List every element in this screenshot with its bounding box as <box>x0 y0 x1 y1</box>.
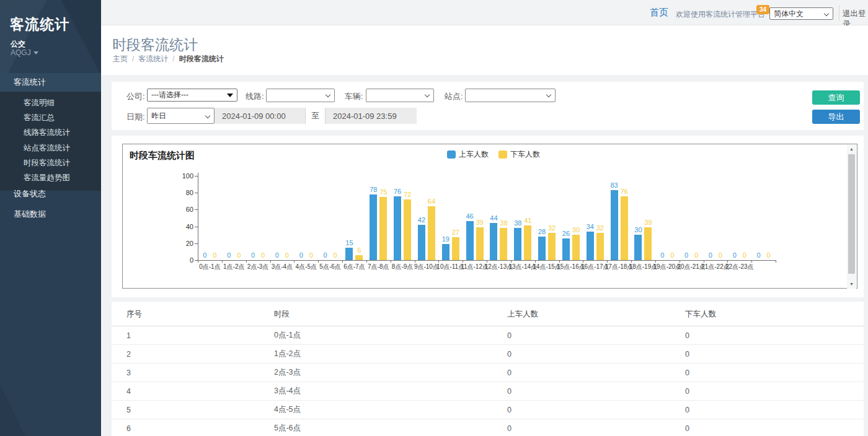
y-axis-label: 0 <box>175 256 193 264</box>
chart-vertical-scrollbar[interactable]: ▲ ▼ <box>847 145 856 289</box>
sidebar-section-passenger-stats[interactable]: 客流统计 <box>0 73 101 92</box>
date-from-input[interactable]: 2024-01-09 00:00 <box>215 108 305 124</box>
bar-alighting <box>524 225 531 260</box>
vehicle-select[interactable] <box>366 89 434 102</box>
breadcrumb-item-1[interactable]: 客流统计 <box>138 54 168 63</box>
table-row: 65点-6点00 <box>112 419 864 436</box>
bar-boarding <box>514 228 521 260</box>
submenu-item-label: 时段客流统计 <box>24 158 70 168</box>
org-select[interactable]: AQGJ <box>11 48 38 57</box>
bar-value-label: 15 <box>339 239 360 246</box>
date-preset-select[interactable]: 昨日 <box>147 108 215 124</box>
bar-value-label: 39 <box>637 219 658 226</box>
table-cell: 3点-4点 <box>259 382 492 401</box>
company-label: 公司: <box>126 91 145 102</box>
y-axis-label: 100 <box>175 172 193 180</box>
welcome-text: 欢迎使用客流统计管理平台 <box>676 9 765 20</box>
table-cell: 0 <box>670 345 864 364</box>
sidebar-submenu-item-2[interactable]: 线路客流统计 <box>0 126 101 141</box>
sidebar-submenu-item-1[interactable]: 客流汇总 <box>0 110 101 125</box>
table-cell: 2点-3点 <box>259 364 492 382</box>
x-axis-tick <box>246 260 247 263</box>
sidebar-submenu-item-4[interactable]: 时段客流统计 <box>0 155 101 170</box>
bar-value-label: 6 <box>348 246 370 254</box>
submenu-item-label: 客流明细 <box>24 98 55 108</box>
table-cell: 5点-6点 <box>259 419 492 436</box>
page-title: 时段客流统计 <box>112 35 198 54</box>
bar-value-label: 30 <box>627 226 649 233</box>
query-button[interactable]: 查询 <box>812 90 860 105</box>
breadcrumb: 主页/客流统计/时段客流统计 <box>113 54 224 64</box>
x-axis-label: 2点-3点 <box>247 263 268 271</box>
table-cell: 4点-5点 <box>259 401 492 419</box>
sidebar-submenu-item-0[interactable]: 客流明细 <box>0 95 101 110</box>
bar-alighting <box>621 196 628 260</box>
table-cell: 0 <box>670 326 864 345</box>
scroll-up-arrow-icon[interactable]: ▲ <box>847 145 856 154</box>
table-cell: 1点-2点 <box>259 345 492 364</box>
sidebar-section-device-status[interactable]: 设备状态 <box>0 185 101 203</box>
company-select[interactable]: ---请选择--- <box>147 89 237 102</box>
y-axis-label: 40 <box>175 223 193 230</box>
bar-value-label: 0 <box>325 251 346 259</box>
y-axis-tick <box>195 227 198 227</box>
submenu-item-label: 客流量趋势图 <box>24 173 70 183</box>
x-axis-tick <box>776 260 776 263</box>
y-axis-line <box>198 173 198 260</box>
legend-label: 下车人数 <box>510 149 540 160</box>
table-header-1: 时段 <box>259 302 492 326</box>
bar-alighting <box>548 233 556 260</box>
table-cell: 0 <box>670 364 864 382</box>
bar-alighting <box>476 227 484 260</box>
bar-boarding <box>394 196 401 260</box>
breadcrumb-item-0[interactable]: 主页 <box>113 54 128 63</box>
home-link[interactable]: 首页 <box>650 7 668 19</box>
legend-item-0[interactable]: 上车人数 <box>447 149 489 160</box>
y-axis-label: 60 <box>175 206 193 213</box>
sidebar-section-base-data[interactable]: 基础数据 <box>0 205 101 224</box>
app-title: 客流统计 <box>10 15 69 34</box>
table-row: 21点-2点00 <box>112 345 864 364</box>
table-cell: 0 <box>492 419 670 436</box>
caret-down-icon <box>33 51 38 54</box>
hourly-flow-table: 序号时段上车人数下车人数 10点-1点0021点-2点0032点-3点0043点… <box>112 302 864 436</box>
org-select-value: AQGJ <box>11 48 31 57</box>
scroll-down-arrow-icon[interactable]: ▼ <box>847 280 856 289</box>
y-axis-label: 20 <box>175 240 193 247</box>
bar-value-label: 27 <box>445 229 466 236</box>
scrollbar-thumb[interactable] <box>848 154 855 274</box>
table-row: 43点-4点00 <box>112 382 864 401</box>
x-axis-label: 9点-10点 <box>414 263 439 271</box>
x-axis-label: 22点-23点 <box>725 263 754 271</box>
export-button[interactable]: 导出 <box>812 110 860 124</box>
bar-value-label: 41 <box>517 217 538 224</box>
language-select[interactable]: 简体中文 <box>769 7 833 20</box>
legend-item-1[interactable]: 下车人数 <box>498 149 540 160</box>
date-to-input[interactable]: 2024-01-09 23:59 <box>326 108 417 124</box>
sidebar-submenu-item-3[interactable]: 站点客流统计 <box>0 141 101 155</box>
y-axis-label: 80 <box>175 189 193 196</box>
breadcrumb-item-2: 时段客流统计 <box>179 54 224 63</box>
table-cell: 0 <box>670 401 864 419</box>
table-header-2: 上车人数 <box>492 302 670 326</box>
sidebar: 客流统计 公交 AQGJ 客流统计 客流明细客流汇总线路客流统计站点客流统计时段… <box>0 0 101 436</box>
chart-panel: 时段车流统计图 上车人数下车人数 0204060801000点-1点001点-2… <box>112 136 864 297</box>
chart-legend: 上车人数下车人数 <box>447 149 540 160</box>
x-axis-label: 6点-7点 <box>343 263 365 271</box>
x-axis-tick <box>391 260 391 263</box>
x-axis-tick <box>270 260 271 263</box>
chevron-down-icon <box>326 92 330 97</box>
table-cell: 0 <box>492 382 670 401</box>
chevron-down-icon <box>546 92 551 97</box>
y-axis-tick <box>195 176 198 177</box>
bar-value-label: 32 <box>590 224 611 232</box>
sidebar-submenu-item-5[interactable]: 客流量趋势图 <box>0 170 101 185</box>
table-header-3: 下车人数 <box>670 302 864 326</box>
sidebar-submenu: 客流明细客流汇总线路客流统计站点客流统计时段客流统计客流量趋势图 <box>0 92 101 191</box>
station-select[interactable] <box>465 89 556 102</box>
bar-alighting <box>500 228 507 260</box>
table-cell: 2 <box>112 345 259 364</box>
bar-value-label: 19 <box>435 235 456 243</box>
x-axis-tick <box>366 260 367 263</box>
line-select[interactable] <box>266 89 335 102</box>
